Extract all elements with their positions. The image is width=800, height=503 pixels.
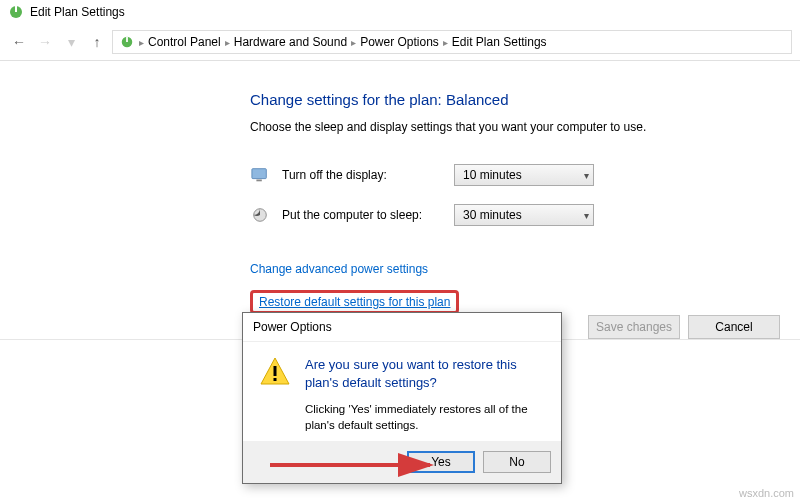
crumb-control-panel[interactable]: Control Panel: [148, 35, 221, 49]
window-title: Edit Plan Settings: [30, 5, 125, 19]
svg-rect-8: [274, 366, 277, 376]
yes-button[interactable]: Yes: [407, 451, 475, 473]
nav-bar: ← → ▾ ↑ ▸ Control Panel ▸ Hardware and S…: [0, 24, 800, 61]
page-subtext: Choose the sleep and display settings th…: [250, 120, 800, 134]
annotation-highlight: Restore default settings for this plan: [250, 290, 459, 314]
crumb-power-options[interactable]: Power Options: [360, 35, 439, 49]
svg-rect-4: [252, 169, 266, 179]
page-heading: Change settings for the plan: Balanced: [250, 91, 800, 108]
sleep-label: Put the computer to sleep:: [282, 208, 442, 222]
chevron-right-icon: ▸: [443, 37, 448, 48]
display-label: Turn off the display:: [282, 168, 442, 182]
window-title-bar: Edit Plan Settings: [0, 0, 800, 24]
display-dropdown[interactable]: 10 minutes ▾: [454, 164, 594, 186]
breadcrumb[interactable]: ▸ Control Panel ▸ Hardware and Sound ▸ P…: [112, 30, 792, 54]
back-button[interactable]: ←: [8, 31, 30, 53]
up-button[interactable]: ↑: [86, 31, 108, 53]
warning-icon: [259, 356, 291, 388]
chevron-right-icon: ▸: [351, 37, 356, 48]
svg-rect-5: [256, 180, 261, 182]
restore-defaults-link[interactable]: Restore default settings for this plan: [259, 295, 450, 309]
sleep-value: 30 minutes: [463, 208, 522, 222]
footer-buttons: Save changes Cancel: [588, 315, 780, 339]
svg-rect-9: [274, 378, 277, 381]
dialog-footer: Yes No: [243, 441, 561, 483]
no-button[interactable]: No: [483, 451, 551, 473]
crumb-edit-plan[interactable]: Edit Plan Settings: [452, 35, 547, 49]
dialog-title: Power Options: [243, 313, 561, 342]
forward-button[interactable]: →: [34, 31, 56, 53]
chevron-down-icon: ▾: [584, 210, 589, 221]
chevron-down-icon: ▾: [584, 170, 589, 181]
cancel-button[interactable]: Cancel: [688, 315, 780, 339]
recent-dropdown-icon[interactable]: ▾: [60, 31, 82, 53]
dialog-text: Clicking 'Yes' immediately restores all …: [305, 401, 545, 433]
sleep-dropdown[interactable]: 30 minutes ▾: [454, 204, 594, 226]
display-value: 10 minutes: [463, 168, 522, 182]
svg-rect-3: [126, 37, 128, 42]
watermark: wsxdn.com: [739, 487, 794, 499]
chevron-right-icon: ▸: [139, 37, 144, 48]
advanced-settings-link[interactable]: Change advanced power settings: [250, 262, 428, 276]
crumb-hardware-sound[interactable]: Hardware and Sound: [234, 35, 347, 49]
confirm-dialog: Power Options Are you sure you want to r…: [242, 312, 562, 484]
power-icon: [8, 4, 24, 20]
dialog-body: Are you sure you want to restore this pl…: [243, 342, 561, 441]
main-content: Change settings for the plan: Balanced C…: [0, 61, 800, 340]
dialog-heading: Are you sure you want to restore this pl…: [305, 356, 545, 391]
display-icon: [250, 165, 270, 185]
svg-rect-1: [15, 6, 17, 12]
setting-row-display: Turn off the display: 10 minutes ▾: [250, 164, 800, 186]
sleep-icon: [250, 205, 270, 225]
save-button[interactable]: Save changes: [588, 315, 680, 339]
chevron-right-icon: ▸: [225, 37, 230, 48]
power-icon: [119, 34, 135, 50]
setting-row-sleep: Put the computer to sleep: 30 minutes ▾: [250, 204, 800, 226]
